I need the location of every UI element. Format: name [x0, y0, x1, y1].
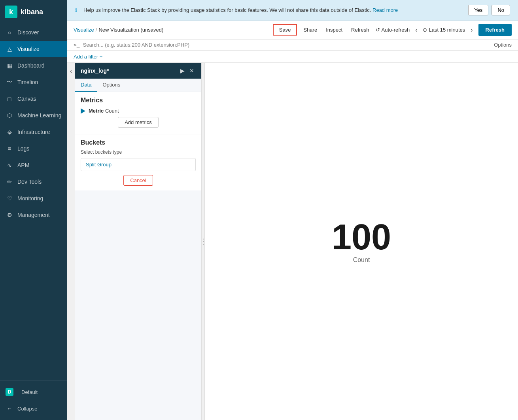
visualize-icon: △: [6, 45, 13, 53]
sidebar-item-apm[interactable]: ∿ APM: [0, 157, 67, 173]
clock-icon: ⊙: [423, 27, 427, 33]
sidebar-item-label: Default: [21, 389, 38, 395]
metric-label-display: Count: [353, 256, 370, 264]
monitoring-icon: ♡: [6, 194, 13, 202]
machine-learning-icon: ⬡: [6, 111, 13, 119]
metric-value-display: 100: [332, 219, 391, 255]
panel-play-button[interactable]: ▶: [179, 67, 186, 75]
sidebar-item-label: Dev Tools: [17, 179, 42, 185]
sidebar-item-label: Infrastructure: [17, 129, 50, 135]
inspect-button[interactable]: Inspect: [323, 25, 345, 34]
sidebar-item-dashboard[interactable]: ▦ Dashboard: [0, 57, 67, 74]
metrics-section: Metrics Metric Count Add metrics: [75, 92, 201, 134]
sidebar-item-machine-learning[interactable]: ⬡ Machine Learning: [0, 107, 67, 124]
add-filter-button[interactable]: Add a filter +: [74, 54, 102, 60]
sidebar-item-infrastructure[interactable]: ⬙ Infrastructure: [0, 124, 67, 140]
refresh-icon: ↺: [376, 27, 380, 33]
timelion-icon: 〜: [6, 78, 13, 86]
search-input[interactable]: [83, 42, 491, 48]
auto-refresh-button[interactable]: ↺ Auto-refresh: [376, 27, 410, 33]
sidebar-item-management[interactable]: ⚙ Management: [0, 207, 67, 223]
save-button[interactable]: Save: [273, 24, 297, 36]
visualization-panel: 100 Count: [205, 63, 518, 420]
panel-tab-actions: ▶ ✕: [179, 67, 196, 75]
sidebar-item-label: Dashboard: [17, 62, 45, 69]
search-prefix-icon: >_: [74, 42, 80, 48]
sidebar-item-label: Discover: [17, 29, 39, 36]
dev-tools-icon: ✏: [6, 178, 13, 186]
sidebar-item-collapse[interactable]: ← Collapse: [0, 400, 67, 417]
logs-icon: ≡: [6, 145, 13, 153]
breadcrumb-visualize-link[interactable]: Visualize: [74, 27, 94, 33]
time-picker: ⊙ Last 15 minutes: [423, 27, 465, 33]
no-button[interactable]: No: [492, 5, 510, 15]
buckets-section: Buckets Select buckets type Split Group …: [75, 134, 201, 190]
left-panel: nginx_log* ▶ ✕ Data Options Metrics Metr…: [75, 63, 202, 420]
sidebar-item-logs[interactable]: ≡ Logs: [0, 140, 67, 157]
logo: k kibana: [0, 0, 67, 24]
kibana-logo-icon: k: [5, 6, 17, 18]
toolbar: Visualize / New Visualization (unsaved) …: [67, 21, 518, 40]
panel-tab-header: nginx_log* ▶ ✕: [75, 63, 201, 79]
sidebar-item-label: Management: [17, 212, 50, 218]
sidebar-bottom: D Default ← Collapse: [0, 380, 67, 420]
panel-tabs: Data Options: [75, 79, 201, 92]
cancel-button[interactable]: Cancel: [123, 175, 153, 186]
metrics-section-title: Metrics: [81, 97, 196, 104]
drag-handle[interactable]: ⋮: [202, 63, 205, 420]
metric-expand-icon: [81, 108, 85, 114]
panel-close-button[interactable]: ✕: [188, 67, 196, 75]
kibana-logo-text: kibana: [21, 8, 43, 16]
sidebar-item-label: Visualize: [17, 46, 40, 52]
time-forward-button[interactable]: ›: [469, 26, 474, 34]
default-icon: D: [6, 388, 13, 396]
sidebar-item-monitoring[interactable]: ♡ Monitoring: [0, 190, 67, 207]
sidebar-item-label: Monitoring: [17, 195, 43, 202]
select-buckets-type-label: Select buckets type: [81, 149, 196, 155]
sidebar-item-default[interactable]: D Default: [0, 384, 67, 400]
metric-value-label: Count: [105, 108, 119, 114]
sidebar-item-visualize[interactable]: △ Visualize: [0, 41, 67, 57]
canvas-icon: ◻: [6, 95, 13, 103]
apm-icon: ∿: [6, 161, 13, 169]
refresh-main-button[interactable]: Refresh: [478, 24, 512, 36]
discover-icon: ○: [6, 28, 13, 36]
metric-label: Metric Count: [89, 108, 119, 114]
panel-collapse-toggle[interactable]: ‹: [67, 63, 75, 420]
split-group-button[interactable]: Split Group: [81, 158, 196, 171]
banner-text: Help us improve the Elastic Stack by pro…: [83, 7, 463, 13]
share-button[interactable]: Share: [301, 25, 319, 34]
add-metrics-button[interactable]: Add metrics: [118, 117, 159, 128]
filter-bar: Add a filter +: [67, 51, 518, 63]
sidebar-item-timelion[interactable]: 〜 Timelion: [0, 74, 67, 90]
metric-type: Metric: [89, 108, 104, 114]
sidebar-nav: ○ Discover △ Visualize ▦ Dashboard 〜 Tim…: [0, 24, 67, 380]
time-back-button[interactable]: ‹: [414, 26, 419, 34]
breadcrumb-separator: /: [96, 27, 97, 33]
dashboard-icon: ▦: [6, 62, 13, 70]
sidebar-item-dev-tools[interactable]: ✏ Dev Tools: [0, 173, 67, 190]
tab-options[interactable]: Options: [97, 79, 126, 92]
sidebar-item-label: Timelion: [17, 79, 38, 85]
collapse-icon: ←: [6, 405, 13, 412]
banner-actions: Yes No: [468, 5, 510, 15]
tab-data[interactable]: Data: [75, 79, 97, 92]
sidebar-item-label: Machine Learning: [17, 112, 61, 119]
sidebar-item-label: Canvas: [17, 96, 36, 102]
sidebar-item-canvas[interactable]: ◻ Canvas: [0, 90, 67, 107]
management-icon: ⚙: [6, 211, 13, 219]
sidebar-item-discover[interactable]: ○ Discover: [0, 24, 67, 41]
read-more-link[interactable]: Read more: [372, 7, 398, 13]
time-range-label: Last 15 minutes: [429, 27, 465, 33]
search-bar: >_ Options: [67, 40, 518, 51]
breadcrumb: Visualize / New Visualization (unsaved): [74, 27, 163, 33]
sidebar-item-label: Collapse: [17, 406, 38, 412]
metric-item: Metric Count: [81, 108, 196, 114]
sidebar: k kibana ○ Discover △ Visualize ▦ Dashbo…: [0, 0, 67, 420]
yes-button[interactable]: Yes: [468, 5, 488, 15]
refresh-button[interactable]: Refresh: [349, 25, 372, 34]
infrastructure-icon: ⬙: [6, 128, 13, 136]
search-options-button[interactable]: Options: [494, 42, 512, 48]
buckets-section-title: Buckets: [81, 139, 196, 146]
usage-banner: ℹ Help us improve the Elastic Stack by p…: [67, 0, 518, 21]
